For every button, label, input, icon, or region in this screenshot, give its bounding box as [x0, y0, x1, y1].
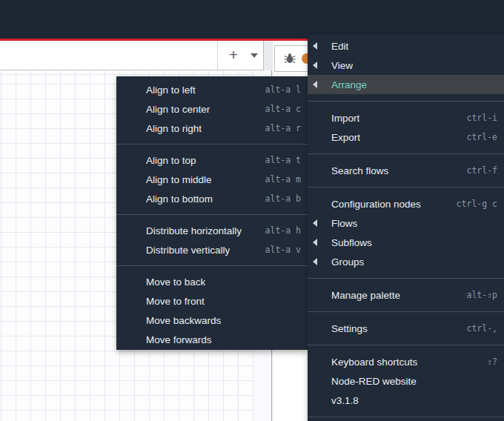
- bug-icon: [284, 53, 296, 64]
- menu-item-label: Subflows: [331, 237, 372, 248]
- menu-item-shortcut: ctrl-i: [466, 113, 504, 123]
- menu-item-align-left[interactable]: Align to left alt-a l: [116, 80, 308, 99]
- menu-item-arrange[interactable]: Arrange: [308, 75, 504, 94]
- menu-item-shortcut: ctrl-g c: [457, 199, 504, 209]
- menu-item-label: Move to front: [146, 296, 205, 307]
- menu-separator: [116, 144, 308, 145]
- menu-item-distribute-vertically[interactable]: Distribute vertically alt-a v: [116, 240, 308, 259]
- menu-item-label: Groups: [331, 256, 364, 268]
- menu-item-label: Move forwards: [146, 334, 212, 345]
- submenu-left-arrow-icon: [313, 62, 317, 69]
- menu-item-shortcut: ctrl-e: [466, 132, 504, 142]
- menu-item-distribute-horizontally[interactable]: Distribute horizontally alt-a h: [116, 221, 308, 240]
- menu-item-label: Align to left: [146, 84, 196, 96]
- menu-item-align-right[interactable]: Align to right alt-a r: [116, 119, 308, 138]
- menu-item-version[interactable]: v3.1.8: [308, 391, 504, 410]
- menu-item-shortcut: alt-a l: [265, 84, 308, 95]
- menu-item-align-bottom[interactable]: Align to bottom alt-a b: [116, 189, 308, 208]
- menu-item-align-middle[interactable]: Align to middle alt-a m: [116, 170, 308, 189]
- menu-item-shortcut: alt-a v: [265, 245, 308, 255]
- menu-item-search-flows[interactable]: Search flows ctrl-f: [308, 161, 504, 180]
- flow-tab-bar: +: [0, 41, 264, 70]
- menu-item-label: Manage palette: [331, 290, 400, 301]
- menu-item-shortcut: ctrl-,: [466, 323, 504, 334]
- menu-item-flows[interactable]: Flows: [308, 213, 504, 233]
- menu-item-move-backwards[interactable]: Move backwards: [116, 311, 308, 330]
- menu-separator: [116, 265, 308, 266]
- menu-item-shortcut: alt-a h: [265, 225, 308, 236]
- menu-item-shortcut: alt-a c: [265, 104, 308, 114]
- menu-item-label: Align to top: [146, 155, 196, 166]
- menu-item-label: Import: [331, 113, 359, 124]
- menu-separator: [308, 311, 504, 312]
- menu-item-settings[interactable]: Settings ctrl-,: [308, 319, 504, 338]
- submenu-left-arrow-icon: [313, 81, 317, 88]
- arrange-submenu: Align to left alt-a l Align to center al…: [116, 76, 308, 350]
- menu-item-shortcut: alt-a t: [265, 155, 308, 165]
- menu-item-label: Move to back: [146, 276, 205, 288]
- submenu-left-arrow-icon: [313, 219, 317, 227]
- menu-item-label: Flows: [331, 218, 357, 229]
- menu-item-configuration-nodes[interactable]: Configuration nodes ctrl-g c: [308, 194, 504, 213]
- menu-item-align-center[interactable]: Align to center alt-a c: [116, 99, 308, 119]
- menu-item-shortcut: ⇧?: [487, 357, 504, 367]
- menu-item-label: Edit: [331, 41, 348, 52]
- menu-item-import[interactable]: Import ctrl-i: [308, 108, 504, 127]
- menu-item-label: Align to center: [146, 104, 210, 115]
- menu-item-label: Distribute horizontally: [146, 225, 242, 236]
- flow-list-button[interactable]: [248, 48, 262, 63]
- menu-item-align-top[interactable]: Align to top alt-a t: [116, 150, 308, 170]
- menu-separator: [308, 417, 504, 417]
- menu-item-label: Configuration nodes: [331, 199, 421, 210]
- menu-item-keyboard-shortcuts[interactable]: Keyboard shortcuts ⇧?: [308, 352, 504, 371]
- menu-separator: [116, 214, 308, 215]
- menu-item-move-to-front[interactable]: Move to front: [116, 291, 308, 311]
- menu-item-shortcut: ctrl-f: [466, 165, 504, 176]
- main-menu: Edit View Arrange Import ctrl-i Export c…: [308, 35, 504, 421]
- menu-item-shortcut: alt-a r: [265, 123, 308, 133]
- panel-divider[interactable]: [264, 41, 273, 70]
- menu-item-view[interactable]: View: [308, 56, 504, 75]
- menu-item-edit[interactable]: Edit: [308, 36, 504, 56]
- menu-item-move-forwards[interactable]: Move forwards: [116, 330, 308, 349]
- menu-item-label: Align to right: [146, 123, 202, 134]
- menu-item-label: Node-RED website: [331, 376, 417, 387]
- menu-item-manage-palette[interactable]: Manage palette alt-⇧p: [308, 285, 504, 305]
- menu-separator: [308, 187, 504, 188]
- menu-item-label: View: [331, 60, 353, 71]
- menu-item-label: Search flows: [331, 165, 388, 176]
- menu-item-label: Export: [331, 132, 360, 143]
- menu-item-label: Distribute vertically: [146, 245, 230, 256]
- menu-item-move-to-back[interactable]: Move to back: [116, 272, 308, 291]
- header-bar: [0, 0, 504, 39]
- menu-item-export[interactable]: Export ctrl-e: [308, 127, 504, 147]
- menu-item-label: Align to middle: [146, 174, 212, 185]
- menu-item-shortcut: alt-a b: [265, 193, 308, 204]
- submenu-left-arrow-icon: [313, 239, 317, 246]
- submenu-left-arrow-icon: [313, 42, 317, 50]
- menu-item-label: Keyboard shortcuts: [331, 357, 417, 368]
- menu-item-subflows[interactable]: Subflows: [308, 233, 504, 252]
- menu-item-label: Move backwards: [146, 315, 221, 326]
- menu-separator: [308, 153, 504, 154]
- submenu-left-arrow-icon: [313, 258, 317, 265]
- menu-separator: [308, 101, 504, 102]
- menu-separator: [308, 345, 504, 345]
- add-flow-button[interactable]: +: [222, 44, 245, 66]
- menu-item-nodered-website[interactable]: Node-RED website: [308, 371, 504, 391]
- tab-bar-separator: [217, 41, 218, 70]
- menu-item-groups[interactable]: Groups: [308, 252, 504, 271]
- menu-separator: [308, 278, 504, 279]
- menu-item-label: Settings: [331, 323, 368, 334]
- menu-item-label: v3.1.8: [331, 395, 359, 406]
- menu-item-label: Arrange: [331, 79, 367, 90]
- menu-item-label: Align to bottom: [146, 193, 213, 205]
- menu-item-shortcut: alt-⇧p: [466, 290, 504, 300]
- menu-item-shortcut: alt-a m: [265, 174, 308, 185]
